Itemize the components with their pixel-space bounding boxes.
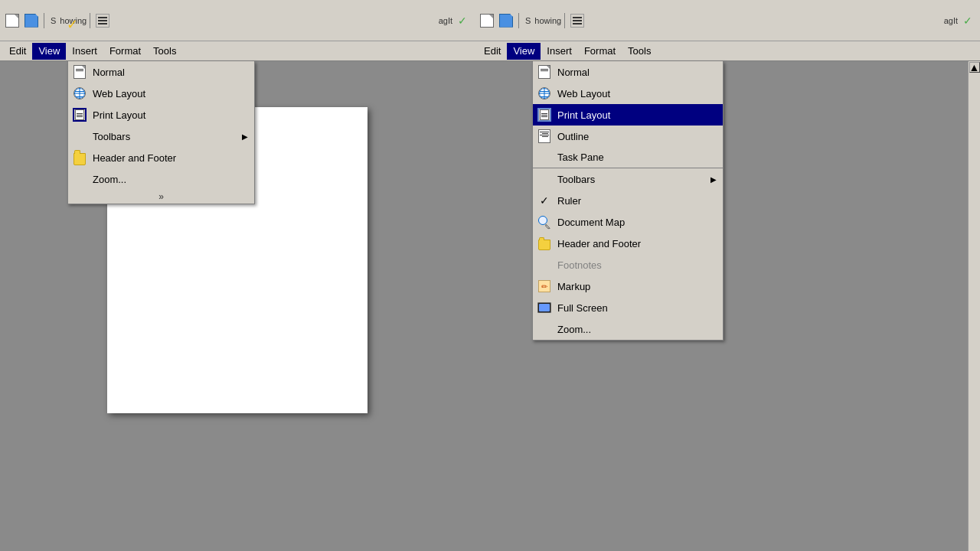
left-zoom-spacer [71,171,88,187]
left-menu-format[interactable]: Format [103,43,147,60]
right-toolbar-sep1 [518,13,519,28]
left-menu-tools[interactable]: Tools [147,43,182,60]
left-more-chevron[interactable]: » [68,190,254,204]
right-menu-toolbars[interactable]: Toolbars ▶ [533,168,723,190]
right-menu-zoom[interactable]: Zoom... [533,318,723,340]
right-markup-icon: ✏ [536,279,553,294]
right-menu-edit[interactable]: Edit [478,43,507,60]
right-ruler-check: ✓ [536,193,553,208]
right-view-dropdown: Normal Web La [532,61,724,341]
left-toolbar-sep1 [44,13,44,28]
right-menu-normal[interactable]: Normal [533,61,723,83]
left-app-frame: S howing ✓ agIt ✓ Edit V [0,0,475,551]
right-menu-weblayout[interactable]: Web Layout [533,83,723,104]
right-showing-text: S [522,16,534,25]
right-scroll-up[interactable]: ▲ [969,62,980,73]
left-star-icon: ✓ [67,16,78,33]
right-menubar: Edit View Insert Format Tools [475,41,980,61]
right-menu-headerfooter[interactable]: Header and Footer [533,233,723,254]
left-menu-weblayout[interactable]: Web Layout [68,83,254,104]
left-menu-zoom[interactable]: Zoom... [68,168,254,190]
right-menu-insert[interactable]: Insert [541,43,578,60]
right-menu-format[interactable]: Format [578,43,622,60]
left-tagit-label: agIt [439,16,452,25]
right-new-btn[interactable] [478,11,496,30]
right-toolbars-spacer [536,171,553,187]
left-checklist-btn[interactable] [93,11,112,30]
right-content: Normal Web La [475,61,980,551]
left-save-btn[interactable] [22,11,41,30]
left-menu-view[interactable]: View [32,43,66,60]
left-menu-normal[interactable]: Normal [68,61,254,83]
right-toolbar: S howing agIt ✓ [475,0,980,41]
right-menu-tools[interactable]: Tools [622,43,657,60]
right-menu-outline[interactable]: Outline [533,126,723,147]
right-normal-icon [536,64,553,80]
left-window: S howing ✓ agIt ✓ Edit V [0,0,475,551]
right-menu-printlayout[interactable]: Print Layout [533,104,723,126]
left-check2-btn[interactable]: ✓ [453,11,472,30]
right-menu-documentmap[interactable]: Document Map [533,211,723,233]
left-normal-icon [71,64,88,80]
left-menu-edit[interactable]: Edit [3,43,32,60]
right-showing-label: howing [534,16,561,25]
left-headerfooter-icon [71,150,88,165]
right-toolbars-arrow: ▶ [710,175,717,184]
left-weblayout-icon [71,86,88,101]
right-footnotes-spacer [536,257,553,272]
left-view-dropdown: Normal Web La [67,61,255,204]
right-menu-taskpane[interactable]: Task Pane [533,147,723,168]
right-menu-view[interactable]: View [507,43,541,60]
left-menu-printlayout[interactable]: Print Layout [68,104,254,126]
right-menu-ruler[interactable]: ✓ Ruler [533,190,723,211]
right-tagit-label: agIt [944,16,958,25]
left-toolbars-arrow: ▶ [242,132,248,141]
right-menu-fullscreen[interactable]: Full Screen [533,297,723,318]
right-documentmap-icon [536,214,553,230]
left-content: Normal Web La [0,61,475,551]
right-taskpane-spacer [536,150,553,165]
right-scrollbar[interactable]: ▲ [968,61,980,551]
right-headerfooter-icon [536,236,553,251]
left-menu-insert[interactable]: Insert [66,43,103,60]
right-checklist-btn[interactable] [568,11,586,30]
right-fullscreen-icon [536,300,553,315]
right-outline-icon [536,129,553,144]
left-menu-headerfooter[interactable]: Header and Footer [68,147,254,168]
right-menu-markup[interactable]: ✏ Markup [533,276,723,297]
left-menubar: Edit View Insert Format Tools [0,41,475,61]
right-zoom-spacer [536,321,553,337]
right-check2-btn[interactable]: ✓ [959,11,977,30]
right-weblayout-icon [536,86,553,101]
right-save-btn[interactable] [497,11,515,30]
left-showing-text: S [47,16,59,25]
left-toolbars-spacer [71,129,88,144]
right-app-frame: S howing agIt ✓ Edit View Insert F [475,0,980,551]
right-toolbar-sep2 [564,13,565,28]
left-toolbar: S howing ✓ agIt ✓ [0,0,475,41]
right-window: S howing agIt ✓ Edit View Insert F [475,0,980,551]
left-toolbar-sep2 [90,13,90,28]
right-printlayout-icon [536,107,553,122]
left-menu-toolbars[interactable]: Toolbars ▶ [68,126,254,147]
left-printlayout-icon [71,107,88,122]
left-new-btn[interactable] [3,11,21,30]
right-menu-footnotes: Footnotes [533,254,723,276]
